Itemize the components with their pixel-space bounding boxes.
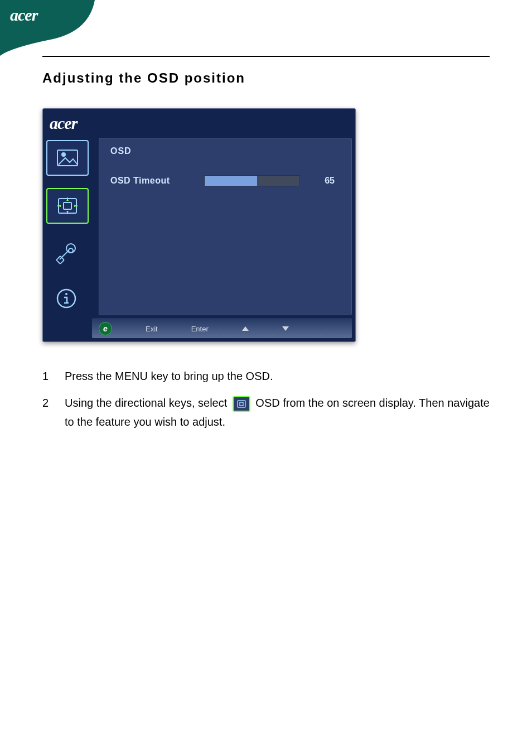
page-heading: Adjusting the OSD position bbox=[42, 70, 490, 86]
osd-footer: e Exit Enter bbox=[92, 319, 352, 338]
svg-rect-8 bbox=[238, 401, 245, 407]
tab-setting[interactable] bbox=[46, 236, 86, 269]
tab-osd[interactable] bbox=[46, 188, 89, 224]
osd-timeout-value: 65 bbox=[325, 176, 338, 186]
osd-tabs bbox=[43, 138, 99, 319]
osd-header: acer bbox=[43, 109, 355, 138]
instruction-list: 1 Press the MENU key to bring up the OSD… bbox=[42, 367, 490, 431]
osd-main: OSD OSD Timeout 65 bbox=[99, 138, 352, 315]
osd-timeout-fill bbox=[205, 176, 257, 186]
empower-icon: e bbox=[99, 322, 112, 335]
osd-footer-empower[interactable]: e bbox=[99, 322, 112, 335]
osd-timeout-label: OSD Timeout bbox=[110, 176, 188, 186]
osd-footer-down[interactable] bbox=[282, 326, 289, 331]
tab-picture[interactable] bbox=[46, 140, 89, 176]
step-1: 1 Press the MENU key to bring up the OSD… bbox=[42, 367, 490, 386]
tab-information[interactable] bbox=[46, 282, 86, 315]
svg-rect-4 bbox=[56, 256, 64, 264]
osd-timeout-row: OSD Timeout 65 bbox=[110, 175, 338, 186]
brand-logo: acer bbox=[10, 6, 37, 25]
step-2: 2 Using the directional keys, select OSD… bbox=[42, 393, 490, 431]
osd-section-title: OSD bbox=[110, 146, 338, 156]
svg-point-1 bbox=[62, 153, 65, 156]
triangle-up-icon bbox=[242, 326, 249, 331]
osd-footer-up[interactable] bbox=[242, 326, 249, 331]
svg-rect-9 bbox=[240, 402, 243, 406]
osd-footer-exit[interactable]: Exit bbox=[146, 325, 158, 333]
triangle-down-icon bbox=[282, 326, 289, 331]
divider bbox=[42, 56, 490, 57]
osd-timeout-slider[interactable] bbox=[204, 175, 300, 186]
osd-panel: acer bbox=[42, 108, 356, 342]
osd-brand-logo: acer bbox=[50, 114, 77, 133]
osd-icon bbox=[233, 396, 250, 412]
osd-footer-enter[interactable]: Enter bbox=[191, 325, 209, 333]
svg-point-7 bbox=[65, 293, 67, 295]
svg-rect-3 bbox=[64, 203, 71, 209]
